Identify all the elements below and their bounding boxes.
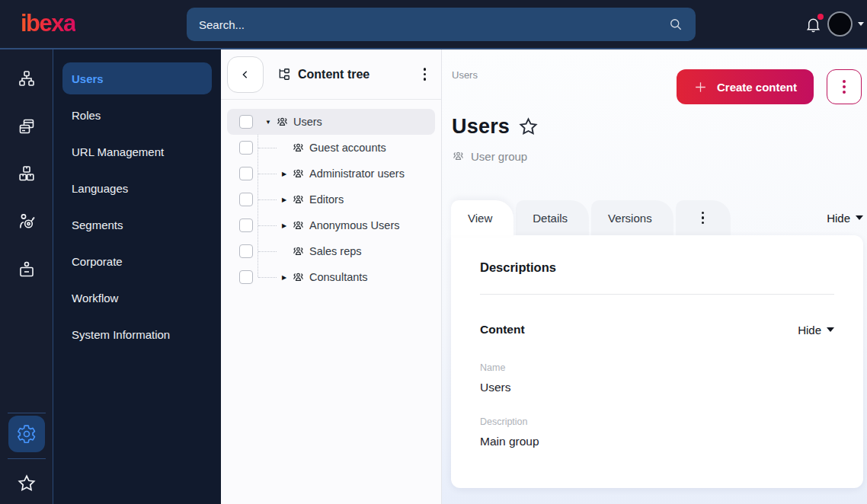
caret-down-icon — [856, 215, 863, 220]
user-group-icon — [292, 245, 305, 258]
rail-divider — [8, 413, 46, 413]
ibexa-logo[interactable]: ibexa — [21, 10, 75, 37]
sidebar-item[interactable]: Languages — [62, 172, 212, 204]
page-actions-kebab-button[interactable] — [827, 69, 862, 104]
tree-row-label: Guest accounts — [309, 142, 386, 154]
tab[interactable]: Versions — [591, 200, 673, 235]
tree-connector — [258, 251, 277, 252]
tree-connector — [258, 199, 277, 200]
bookmarks-star-icon[interactable] — [17, 474, 37, 493]
sidebar-item[interactable]: Users — [62, 62, 212, 94]
tree-row-checkbox[interactable] — [239, 244, 253, 258]
search-bar[interactable]: Search... — [187, 8, 696, 41]
sidebar-item[interactable]: Segments — [62, 209, 212, 241]
tree-row-label: Users — [293, 116, 322, 128]
sidebar-item-label: Segments — [72, 219, 123, 231]
tree-row-label: Sales reps — [309, 245, 362, 257]
tree-row[interactable]: Administrator users — [227, 161, 435, 187]
hide-page-sections-toggle[interactable]: Hide — [827, 212, 863, 225]
breadcrumb[interactable]: Users — [452, 69, 478, 81]
caret-down-icon — [827, 327, 834, 332]
plus-icon — [693, 80, 708, 94]
sidebar-item[interactable]: URL Management — [62, 136, 212, 167]
notifications-button[interactable] — [805, 15, 823, 35]
tree-row[interactable]: Consultants — [227, 264, 435, 290]
sidebar-item-label: Workflow — [72, 292, 118, 305]
user-group-icon — [292, 271, 305, 284]
content-tree-panel: Content tree Users — [221, 49, 442, 504]
tree-connector — [258, 174, 277, 174]
tree-expand-arrow-icon[interactable] — [278, 171, 290, 177]
field-value: Main group — [480, 435, 834, 448]
sidebar-item[interactable]: Workflow — [62, 282, 212, 314]
card-subsection-title: Content — [480, 323, 525, 337]
tree-row-checkbox[interactable] — [239, 115, 253, 129]
tree-row[interactable]: Users — [227, 109, 435, 135]
descriptions-card: Descriptions Content Hide Name Users Des… — [451, 235, 863, 488]
tree-connector — [258, 277, 277, 278]
bookmark-star-icon[interactable] — [518, 116, 539, 137]
search-icon — [668, 17, 683, 32]
user-group-icon — [292, 142, 305, 155]
tree-expand-arrow-icon[interactable] — [262, 119, 274, 126]
sitemap-icon[interactable] — [18, 69, 36, 88]
notification-dot — [817, 14, 824, 20]
tree-row-label: Anonymous Users — [309, 219, 399, 231]
tree-row[interactable]: Sales reps — [227, 238, 435, 264]
sidebar-item[interactable]: Corporate — [62, 245, 212, 277]
sidebar-item-label: URL Management — [72, 145, 164, 158]
tree-connector — [258, 148, 277, 148]
content-type-label: User group — [471, 150, 527, 163]
user-group-icon — [452, 150, 465, 163]
sidebar-item[interactable]: System Information — [62, 318, 212, 350]
tree-row-checkbox[interactable] — [239, 270, 253, 284]
user-menu-caret-icon[interactable] — [858, 22, 864, 26]
content-tree: Users Guest accounts — [221, 109, 441, 290]
tree-row[interactable]: Anonymous Users — [227, 212, 435, 238]
pages-icon[interactable] — [18, 117, 36, 136]
user-group-icon — [276, 116, 289, 129]
tabs-overflow-kebab-button[interactable] — [676, 200, 731, 235]
tree-row-checkbox[interactable] — [239, 141, 253, 155]
kebab-icon — [697, 207, 709, 229]
sidebar-item[interactable]: Roles — [62, 99, 212, 131]
user-group-icon — [292, 193, 305, 206]
search-placeholder: Search... — [199, 18, 668, 31]
tree-options-kebab-icon[interactable] — [419, 63, 431, 85]
card-section-title: Descriptions — [480, 260, 834, 275]
tree-connector — [258, 225, 277, 226]
personalization-target-icon[interactable] — [18, 212, 36, 231]
admin-sidebar: Users Roles URL Management Languages Seg… — [53, 49, 221, 504]
tree-row-checkbox[interactable] — [239, 167, 253, 180]
main-nav-rail — [0, 49, 53, 504]
tree-row-label: Administrator users — [309, 167, 405, 180]
tree-expand-arrow-icon[interactable] — [278, 196, 290, 203]
create-content-button[interactable]: Create content — [677, 69, 814, 104]
tab-label: Details — [533, 212, 568, 225]
field-row: Description Main group — [480, 416, 834, 448]
boxes-icon[interactable] — [18, 164, 36, 183]
tab[interactable]: View — [451, 200, 513, 235]
tree-row-checkbox[interactable] — [239, 193, 253, 206]
tree-row-checkbox[interactable] — [239, 219, 253, 232]
card-divider — [480, 294, 834, 295]
tabs-bar: View Details Versions Hide — [451, 200, 863, 235]
sidebar-item-label: System Information — [72, 328, 170, 341]
sidebar-item-label: Users — [72, 72, 104, 85]
field-row: Name Users — [480, 362, 834, 394]
tree-row-label: Editors — [309, 193, 344, 206]
tree-expand-arrow-icon[interactable] — [278, 274, 290, 281]
badge-icon[interactable] — [18, 260, 36, 279]
kebab-icon — [838, 75, 850, 98]
user-avatar[interactable] — [827, 11, 853, 37]
tree-expand-arrow-icon[interactable] — [278, 222, 290, 229]
field-value: Users — [480, 381, 834, 394]
sidebar-item-label: Corporate — [72, 255, 123, 268]
settings-button[interactable] — [8, 416, 45, 452]
tab[interactable]: Details — [516, 200, 589, 235]
collapse-tree-button[interactable] — [227, 56, 264, 93]
hide-content-section-toggle[interactable]: Hide — [798, 324, 834, 337]
sidebar-item-label: Roles — [72, 109, 101, 122]
tree-row[interactable]: Editors — [227, 187, 435, 212]
tree-row[interactable]: Guest accounts — [227, 135, 435, 161]
